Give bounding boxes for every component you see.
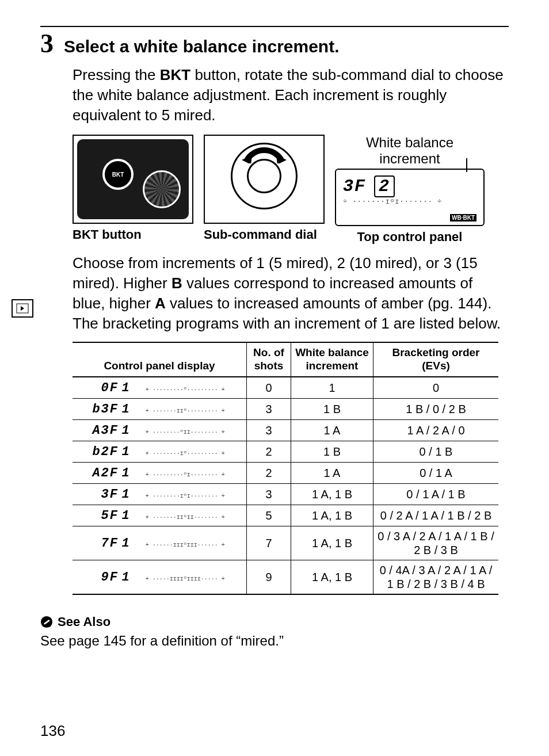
lcd-wrap: 3F 2 ÷ ·······ɪºɪ······· ÷ WB·BKT	[335, 169, 485, 226]
bkt-image	[73, 135, 193, 224]
svg-marker-3	[21, 306, 24, 311]
display-inc: 1	[122, 423, 131, 438]
figure-subcommand: Sub-command dial	[204, 135, 325, 245]
cell-shots: 3	[247, 398, 291, 419]
cell-shots: 2	[247, 441, 291, 462]
display-code: b3F	[78, 402, 119, 417]
display-inc: 1	[122, 570, 131, 585]
mode-dial-icon	[143, 170, 181, 208]
cell-shots: 7	[247, 526, 291, 560]
cell-wb: 1 A, 1 B	[291, 483, 373, 505]
bracketing-table: Control panel display No. of shots White…	[73, 342, 498, 595]
display-inc: 1	[122, 466, 131, 480]
table-row: 0F 1+ ·········º········· +010	[73, 377, 498, 399]
table-row: 9F 1+ ·····ɪɪɪɪºɪɪɪɪ····· +91 A, 1 B0 / …	[73, 560, 498, 594]
display-scale: + ·······ɪɪº········· +	[136, 407, 234, 414]
display-inc: 1	[122, 509, 131, 523]
cell-wb: 1	[291, 377, 373, 399]
cell-wb: 1 A, 1 B	[291, 505, 373, 526]
figure-lcd: White balance increment 3F 2 ÷ ·······ɪº…	[335, 135, 485, 245]
display-inc: 1	[122, 445, 131, 459]
display-code: 5F	[78, 509, 119, 523]
p2d: A	[155, 295, 166, 312]
table-row: b2F 1+ ········ɪº········· +21 B0 / 1 B	[73, 441, 498, 462]
figure-bkt: BKT button	[73, 135, 193, 245]
p2b: B	[171, 274, 182, 292]
top-rule	[40, 26, 509, 27]
display-scale: + ······ɪɪɪºɪɪɪ······ +	[136, 541, 234, 548]
subcommand-image	[204, 135, 325, 224]
cell-shots: 3	[247, 419, 291, 441]
table-row: A2F 1+ ·········ºɪ········ +21 A0 / 1 A	[73, 462, 498, 483]
display-inc: 1	[122, 536, 131, 551]
cell-shots: 3	[247, 483, 291, 505]
th-order: Bracketing order (EVs)	[373, 342, 499, 377]
cell-order: 0 / 1 A	[373, 462, 499, 483]
display-scale: + ·········ºɪ········ +	[136, 471, 234, 478]
display-code: 0F	[78, 381, 119, 395]
subcommand-caption: Sub-command dial	[204, 227, 325, 242]
display-scale: + ········ºɪɪ········ +	[136, 429, 234, 436]
step-number: 3	[40, 30, 54, 57]
cell-order: 1 A / 2 A / 0	[373, 419, 499, 441]
cell-order: 0	[373, 377, 499, 399]
display-code: A2F	[78, 466, 119, 480]
table-row: 3F 1+ ········ɪºɪ········ +31 A, 1 B0 / …	[73, 483, 498, 505]
lcd-main: 3F	[343, 177, 366, 196]
top-panel-caption: Top control panel	[335, 230, 485, 245]
table-header-row: Control panel display No. of shots White…	[73, 342, 498, 377]
table-row: A3F 1+ ········ºɪɪ········ +31 A1 A / 2 …	[73, 419, 498, 441]
display-scale: + ········ɪºɪ········ +	[136, 492, 234, 499]
cell-shots: 9	[247, 560, 291, 594]
table-row: 5F 1+ ·······ɪɪºɪɪ······· +51 A, 1 B0 / …	[73, 505, 498, 526]
pencil-icon	[40, 616, 53, 628]
lcd-label: White balance increment	[335, 135, 485, 166]
figure-row: BKT button Sub-command dial White balanc…	[73, 135, 509, 245]
th-shots: No. of shots	[247, 342, 291, 377]
cell-shots: 2	[247, 462, 291, 483]
cell-wb: 1 B	[291, 441, 373, 462]
paragraph-2: Choose from increments of 1 (5 mired), 2…	[73, 253, 509, 334]
paragraph-1: Pressing the BKT button, rotate the sub-…	[73, 65, 509, 125]
th-control-panel: Control panel display	[73, 342, 247, 377]
margin-icon	[12, 299, 33, 318]
display-code: A3F	[78, 423, 119, 438]
lcd-scale: ÷ ·······ɪºɪ······· ÷	[343, 197, 476, 206]
see-also-title: See Also	[58, 614, 110, 629]
page-number: 136	[40, 722, 65, 740]
wb-bkt-tag: WB·BKT	[450, 214, 476, 222]
display-scale: + ·····ɪɪɪɪºɪɪɪɪ····· +	[136, 575, 234, 582]
display-inc: 1	[122, 402, 131, 417]
display-scale: + ·········º········· +	[136, 387, 234, 393]
cell-shots: 0	[247, 377, 291, 399]
lcd-panel: 3F 2 ÷ ·······ɪºɪ······· ÷ WB·BKT	[335, 169, 485, 226]
cell-order: 0 / 2 A / 1 A / 1 B / 2 B	[373, 505, 499, 526]
rotate-arrow-icon	[238, 138, 290, 163]
display-scale: + ········ɪº········· +	[136, 450, 234, 457]
cell-shots: 5	[247, 505, 291, 526]
cell-order: 0 / 1 B	[373, 441, 499, 462]
para1-pre: Pressing the	[73, 66, 160, 83]
step-header: 3 Select a white balance increment.	[40, 30, 509, 57]
cell-order: 0 / 4A / 3 A / 2 A / 1 A / 1 B / 2 B / 3…	[373, 560, 499, 594]
bkt-button-icon	[102, 159, 134, 190]
table-row: b3F 1+ ·······ɪɪº········· +31 B1 B / 0 …	[73, 398, 498, 419]
see-also: See Also See page 145 for a definition o…	[40, 614, 509, 650]
display-code: 7F	[78, 536, 119, 551]
cell-wb: 1 A	[291, 462, 373, 483]
step-title: Select a white balance increment.	[64, 36, 340, 57]
display-scale: + ·······ɪɪºɪɪ······· +	[136, 514, 234, 521]
cell-order: 0 / 1 A / 1 B	[373, 483, 499, 505]
display-code: 9F	[78, 570, 119, 585]
table-row: 7F 1+ ······ɪɪɪºɪɪɪ······ +71 A, 1 B0 / …	[73, 526, 498, 560]
cell-order: 1 B / 0 / 2 B	[373, 398, 499, 419]
cell-wb: 1 A	[291, 419, 373, 441]
display-code: b2F	[78, 445, 119, 459]
display-code: 3F	[78, 487, 119, 502]
see-also-text: See page 145 for a definition of “mired.…	[40, 632, 509, 650]
display-inc: 1	[122, 487, 131, 502]
cell-wb: 1 A, 1 B	[291, 526, 373, 560]
th-wb-increment: White balance increment	[291, 342, 373, 377]
page: 3 Select a white balance increment. Pres…	[0, 0, 549, 756]
cell-order: 0 / 3 A / 2 A / 1 A / 1 B / 2 B / 3 B	[373, 526, 499, 560]
